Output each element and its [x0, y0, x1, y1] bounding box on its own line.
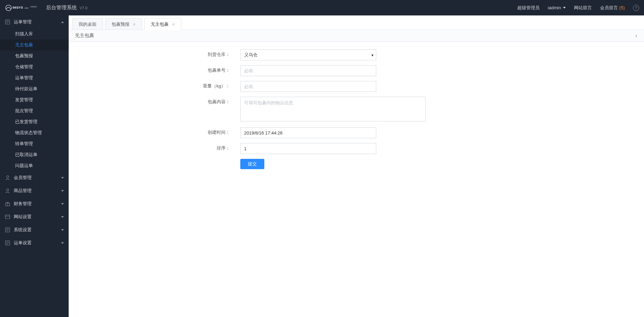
nav-group-header[interactable]: 运单管理 [0, 15, 69, 28]
sort-input[interactable] [240, 143, 376, 154]
page-title: 无主包裹 [75, 33, 94, 39]
form-area: 到货仓库： 义乌仓 包裹单号： 重量（kg）： [69, 42, 644, 184]
chevron-down-icon [61, 203, 64, 205]
warehouse-select[interactable]: 义乌仓 [240, 49, 376, 60]
row-create-time: 创建时间： [69, 127, 644, 138]
row-warehouse: 到货仓库： 义乌仓 [69, 49, 644, 60]
row-package-no: 包裹单号： [69, 65, 644, 76]
weight-label: 重量（kg）： [69, 81, 230, 89]
page-title-bar: 无主包裹 › [69, 30, 644, 42]
nav-group-header[interactable]: 运单设置 [0, 236, 69, 249]
member-messages-link[interactable]: 会员留言 (5) [600, 5, 625, 11]
main-area: 我的桌面包裹预报×无主包裹× 无主包裹 › 到货仓库： 义乌仓 包裹单号： [69, 15, 644, 317]
tab-label: 我的桌面 [79, 21, 96, 27]
package-no-input[interactable] [240, 65, 376, 76]
package-content-label: 包裹内容： [69, 97, 230, 105]
nav-group-label: 运单设置 [14, 240, 32, 246]
nav-group-label: 运单管理 [14, 19, 32, 25]
version-label: V7.0 [80, 6, 88, 10]
sidebar-item[interactable]: 包裹预报 [0, 50, 69, 61]
help-icon: ? [633, 5, 639, 11]
tab[interactable]: 我的桌面 [72, 18, 103, 30]
package-content-textarea[interactable] [240, 97, 426, 121]
chevron-down-icon [563, 7, 566, 9]
sidebar: 运单管理扫描入库无主包裹包裹预报仓储管理运单管理待付款运单发货管理批次管理已发货… [0, 15, 69, 317]
nav-group-header[interactable]: 系统设置 [0, 223, 69, 236]
role-label: 超级管理员 [517, 5, 540, 11]
chevron-down-icon [61, 216, 64, 218]
close-icon[interactable]: × [133, 22, 136, 27]
chevron-down-icon [61, 177, 64, 179]
nav-group-label: 系统设置 [14, 227, 32, 233]
chevron-down-icon [61, 190, 64, 192]
svg-point-9 [7, 189, 9, 191]
nav-group-label: 会员管理 [14, 175, 32, 181]
tab[interactable]: 包裹预报× [105, 18, 142, 30]
warehouse-selected-value: 义乌仓 [244, 52, 257, 58]
site-messages-link[interactable]: 网站留言 [574, 5, 592, 11]
sidebar-item[interactable]: 转单管理 [0, 138, 69, 149]
nav-group-label: 财务管理 [14, 201, 32, 207]
nav-group: 网站设置 [0, 210, 69, 223]
nav-group: 系统设置 [0, 223, 69, 236]
package-no-label: 包裹单号： [69, 65, 230, 73]
svg-point-8 [7, 176, 9, 178]
top-header: 56SYS .com 全球物流通 后台管理系统 V7.0 超级管理员 iadmi… [0, 0, 644, 15]
close-icon[interactable]: × [172, 22, 175, 27]
nav-group: 会员管理 [0, 171, 69, 184]
panel-collapse-icon[interactable]: › [635, 33, 638, 39]
nav-group-label: 网站设置 [14, 214, 32, 220]
system-title: 后台管理系统 [46, 4, 77, 11]
tabs-bar: 我的桌面包裹预报×无主包裹× [69, 15, 644, 30]
logo-icon: 56SYS .com 全球物流通 [5, 3, 42, 13]
tab-label: 包裹预报 [112, 21, 129, 27]
user-name: iadmin [548, 5, 561, 10]
row-weight: 重量（kg）： [69, 81, 644, 92]
sidebar-item[interactable]: 已取消运单 [0, 149, 69, 160]
warehouse-label: 到货仓库： [69, 49, 230, 58]
nav-group: 运单管理扫描入库无主包裹包裹预报仓储管理运单管理待付款运单发货管理批次管理已发货… [0, 15, 69, 171]
nav-group: 商品管理 [0, 184, 69, 197]
nav-group-header[interactable]: 财务管理 [0, 197, 69, 210]
sidebar-item[interactable]: 批次管理 [0, 105, 69, 116]
svg-rect-12 [5, 215, 10, 219]
nav-group-header[interactable]: 网站设置 [0, 210, 69, 223]
sidebar-item[interactable]: 发货管理 [0, 94, 69, 105]
nav-group-header[interactable]: 会员管理 [0, 171, 69, 184]
sidebar-item[interactable]: 已发货管理 [0, 116, 69, 127]
logo[interactable]: 56SYS .com 全球物流通 [5, 3, 42, 13]
sidebar-item[interactable]: 运单管理 [0, 72, 69, 83]
nav-items: 扫描入库无主包裹包裹预报仓储管理运单管理待付款运单发货管理批次管理已发货管理物流… [0, 28, 69, 171]
row-submit: 提交 [69, 159, 644, 169]
help-button[interactable]: ? [633, 5, 639, 11]
sidebar-item[interactable]: 问题运单 [0, 160, 69, 171]
member-messages-count: (5) [619, 5, 625, 10]
svg-text:56SYS: 56SYS [13, 5, 23, 9]
submit-button[interactable]: 提交 [240, 159, 264, 169]
svg-point-0 [5, 5, 11, 11]
sidebar-item[interactable]: 扫描入库 [0, 28, 69, 39]
nav-group-header[interactable]: 商品管理 [0, 184, 69, 197]
tab-label: 无主包裹 [151, 21, 169, 27]
svg-text:.com: .com [24, 7, 28, 9]
nav-group: 运单设置 [0, 236, 69, 249]
chevron-up-icon [61, 21, 64, 23]
create-time-label: 创建时间： [69, 127, 230, 136]
create-time-input[interactable] [240, 127, 376, 138]
nav-group: 财务管理 [0, 197, 69, 210]
chevron-down-icon [61, 229, 64, 231]
user-menu[interactable]: iadmin [548, 5, 566, 10]
sidebar-item[interactable]: 仓储管理 [0, 61, 69, 72]
sidebar-item[interactable]: 待付款运单 [0, 83, 69, 94]
chevron-down-icon [61, 242, 64, 244]
row-sort: 排序： [69, 143, 644, 154]
row-package-content: 包裹内容： [69, 97, 644, 122]
sort-label: 排序： [69, 143, 230, 151]
sidebar-item[interactable]: 物流状态管理 [0, 127, 69, 138]
svg-text:全球物流通: 全球物流通 [30, 6, 37, 8]
member-messages-label: 会员留言 [600, 5, 618, 11]
nav-group-label: 商品管理 [14, 188, 32, 194]
tab[interactable]: 无主包裹× [144, 18, 181, 30]
sidebar-item[interactable]: 无主包裹 [0, 39, 69, 50]
weight-input[interactable] [240, 81, 376, 92]
